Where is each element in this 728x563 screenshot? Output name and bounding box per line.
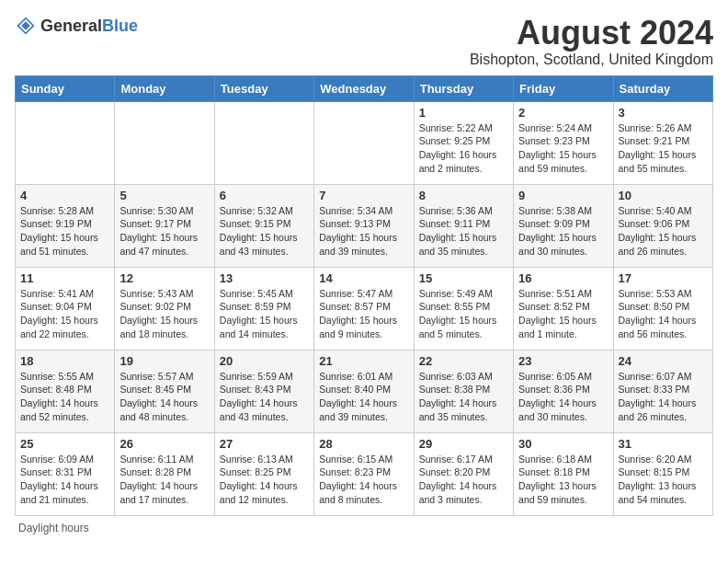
logo-text-blue: Blue [102, 17, 138, 34]
day-cell: 4Sunrise: 5:28 AMSunset: 9:19 PMDaylight… [16, 184, 115, 267]
day-info: Sunrise: 5:49 AMSunset: 8:55 PMDaylight:… [419, 287, 508, 341]
day-info: Sunrise: 6:18 AMSunset: 8:18 PMDaylight:… [518, 453, 608, 507]
day-info: Sunrise: 5:41 AMSunset: 9:04 PMDaylight:… [20, 287, 109, 341]
day-cell: 25Sunrise: 6:09 AMSunset: 8:31 PMDayligh… [16, 432, 115, 515]
day-cell: 21Sunrise: 6:01 AMSunset: 8:40 PMDayligh… [314, 350, 414, 432]
day-cell: 14Sunrise: 5:47 AMSunset: 8:57 PMDayligh… [314, 267, 414, 350]
day-info: Sunrise: 5:30 AMSunset: 9:17 PMDaylight:… [119, 204, 209, 259]
day-cell: 31Sunrise: 6:20 AMSunset: 8:15 PMDayligh… [613, 432, 712, 515]
logo: General Blue [15, 15, 138, 37]
day-info: Sunrise: 5:51 AMSunset: 8:52 PMDaylight:… [518, 287, 608, 341]
day-number: 19 [119, 354, 209, 368]
day-cell: 16Sunrise: 5:51 AMSunset: 8:52 PMDayligh… [514, 267, 613, 350]
day-cell [214, 101, 313, 184]
day-info: Sunrise: 6:17 AMSunset: 8:20 PMDaylight:… [419, 453, 508, 507]
day-cell: 3Sunrise: 5:26 AMSunset: 9:21 PMDaylight… [613, 101, 712, 184]
day-info: Sunrise: 5:55 AMSunset: 8:48 PMDaylight:… [20, 370, 109, 424]
day-cell [314, 101, 414, 184]
day-number: 2 [518, 106, 608, 120]
day-cell: 9Sunrise: 5:38 AMSunset: 9:09 PMDaylight… [514, 184, 613, 267]
day-info: Sunrise: 6:01 AMSunset: 8:40 PMDaylight:… [319, 370, 408, 424]
weekday-header-row: SundayMondayTuesdayWednesdayThursdayFrid… [16, 75, 713, 101]
day-number: 28 [319, 437, 408, 451]
day-info: Sunrise: 5:34 AMSunset: 9:13 PMDaylight:… [319, 204, 408, 259]
weekday-header-saturday: Saturday [613, 75, 712, 101]
day-cell: 12Sunrise: 5:43 AMSunset: 9:02 PMDayligh… [115, 267, 214, 350]
day-number: 4 [20, 189, 109, 202]
day-number: 8 [419, 189, 508, 202]
day-number: 16 [518, 271, 608, 285]
location-subtitle: Bishopton, Scotland, United Kingdom [470, 52, 713, 68]
footer-note: Daylight hours [15, 522, 713, 534]
day-info: Sunrise: 5:59 AMSunset: 8:43 PMDaylight:… [220, 370, 309, 424]
day-number: 5 [119, 189, 209, 202]
weekday-header-sunday: Sunday [16, 75, 115, 101]
day-cell: 8Sunrise: 5:36 AMSunset: 9:11 PMDaylight… [414, 184, 513, 267]
day-number: 6 [220, 189, 309, 202]
day-number: 25 [20, 437, 109, 451]
day-number: 12 [119, 271, 209, 285]
day-info: Sunrise: 5:43 AMSunset: 9:02 PMDaylight:… [119, 287, 209, 341]
day-cell: 17Sunrise: 5:53 AMSunset: 8:50 PMDayligh… [613, 267, 712, 350]
day-number: 15 [419, 271, 508, 285]
day-info: Sunrise: 6:13 AMSunset: 8:25 PMDaylight:… [220, 453, 309, 507]
day-cell: 18Sunrise: 5:55 AMSunset: 8:48 PMDayligh… [16, 350, 115, 432]
day-cell: 29Sunrise: 6:17 AMSunset: 8:20 PMDayligh… [414, 432, 513, 515]
weekday-header-wednesday: Wednesday [314, 75, 414, 101]
day-info: Sunrise: 5:47 AMSunset: 8:57 PMDaylight:… [319, 287, 408, 341]
day-number: 22 [419, 354, 508, 368]
day-cell: 6Sunrise: 5:32 AMSunset: 9:15 PMDaylight… [214, 184, 313, 267]
day-cell [115, 101, 214, 184]
week-row-2: 4Sunrise: 5:28 AMSunset: 9:19 PMDaylight… [16, 184, 713, 267]
day-number: 11 [20, 271, 109, 285]
day-cell: 7Sunrise: 5:34 AMSunset: 9:13 PMDaylight… [314, 184, 414, 267]
day-info: Sunrise: 5:24 AMSunset: 9:23 PMDaylight:… [518, 121, 608, 176]
week-row-3: 11Sunrise: 5:41 AMSunset: 9:04 PMDayligh… [16, 267, 713, 350]
day-info: Sunrise: 5:38 AMSunset: 9:09 PMDaylight:… [518, 204, 608, 259]
day-info: Sunrise: 6:20 AMSunset: 8:15 PMDaylight:… [619, 453, 708, 507]
weekday-header-thursday: Thursday [414, 75, 513, 101]
day-number: 7 [319, 189, 408, 202]
day-cell: 13Sunrise: 5:45 AMSunset: 8:59 PMDayligh… [214, 267, 313, 350]
day-info: Sunrise: 5:36 AMSunset: 9:11 PMDaylight:… [419, 204, 508, 259]
day-cell: 11Sunrise: 5:41 AMSunset: 9:04 PMDayligh… [16, 267, 115, 350]
day-info: Sunrise: 6:03 AMSunset: 8:38 PMDaylight:… [419, 370, 508, 424]
day-info: Sunrise: 5:57 AMSunset: 8:45 PMDaylight:… [119, 370, 209, 424]
title-area: August 2024 Bishopton, Scotland, United … [470, 15, 713, 68]
day-info: Sunrise: 6:11 AMSunset: 8:28 PMDaylight:… [119, 453, 209, 507]
day-info: Sunrise: 6:09 AMSunset: 8:31 PMDaylight:… [20, 453, 109, 507]
day-cell: 2Sunrise: 5:24 AMSunset: 9:23 PMDaylight… [514, 101, 613, 184]
logo-icon [15, 15, 37, 37]
daylight-hours-label: Daylight hours [18, 522, 89, 534]
day-cell: 24Sunrise: 6:07 AMSunset: 8:33 PMDayligh… [613, 350, 712, 432]
day-cell: 23Sunrise: 6:05 AMSunset: 8:36 PMDayligh… [514, 350, 613, 432]
day-info: Sunrise: 5:45 AMSunset: 8:59 PMDaylight:… [220, 287, 309, 341]
day-info: Sunrise: 5:40 AMSunset: 9:06 PMDaylight:… [619, 204, 708, 259]
day-number: 13 [220, 271, 309, 285]
day-number: 18 [20, 354, 109, 368]
day-number: 10 [619, 189, 708, 202]
day-cell: 19Sunrise: 5:57 AMSunset: 8:45 PMDayligh… [115, 350, 214, 432]
day-cell: 30Sunrise: 6:18 AMSunset: 8:18 PMDayligh… [514, 432, 613, 515]
day-cell: 27Sunrise: 6:13 AMSunset: 8:25 PMDayligh… [214, 432, 313, 515]
day-info: Sunrise: 6:07 AMSunset: 8:33 PMDaylight:… [619, 370, 708, 424]
logo-text-general: General [40, 17, 102, 34]
day-cell: 15Sunrise: 5:49 AMSunset: 8:55 PMDayligh… [414, 267, 513, 350]
day-info: Sunrise: 6:15 AMSunset: 8:23 PMDaylight:… [319, 453, 408, 507]
month-year-title: August 2024 [470, 15, 713, 52]
day-number: 1 [419, 106, 508, 120]
day-cell: 26Sunrise: 6:11 AMSunset: 8:28 PMDayligh… [115, 432, 214, 515]
day-info: Sunrise: 5:53 AMSunset: 8:50 PMDaylight:… [619, 287, 708, 341]
week-row-4: 18Sunrise: 5:55 AMSunset: 8:48 PMDayligh… [16, 350, 713, 432]
day-cell: 20Sunrise: 5:59 AMSunset: 8:43 PMDayligh… [214, 350, 313, 432]
day-info: Sunrise: 5:32 AMSunset: 9:15 PMDaylight:… [220, 204, 309, 259]
day-number: 9 [518, 189, 608, 202]
day-number: 20 [220, 354, 309, 368]
day-number: 21 [319, 354, 408, 368]
weekday-header-tuesday: Tuesday [214, 75, 313, 101]
day-number: 24 [619, 354, 708, 368]
day-number: 3 [619, 106, 708, 120]
header: General Blue August 2024 Bishopton, Scot… [15, 15, 713, 68]
day-cell: 22Sunrise: 6:03 AMSunset: 8:38 PMDayligh… [414, 350, 513, 432]
day-cell: 10Sunrise: 5:40 AMSunset: 9:06 PMDayligh… [613, 184, 712, 267]
